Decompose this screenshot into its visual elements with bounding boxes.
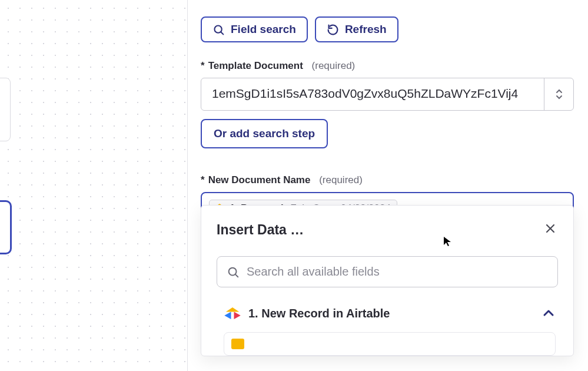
field-type-icon (231, 339, 244, 349)
add-search-label: Or add search step (214, 127, 315, 140)
refresh-button[interactable]: Refresh (315, 16, 398, 42)
search-input[interactable] (247, 265, 548, 279)
template-label-text: Template Document (208, 60, 303, 71)
close-icon (545, 223, 556, 234)
template-value: 1emSgD1i1sI5sA783odV0gZvx8uQ5hZLDaWYzFc1… (201, 78, 544, 110)
required-star: * (201, 60, 205, 71)
required-text: (required) (319, 174, 363, 186)
source-label: 1. New Record in Airtable (248, 307, 532, 320)
data-source-row[interactable]: 1. New Record in Airtable (217, 302, 558, 332)
dropdown-header: Insert Data … (217, 220, 558, 240)
required-text: (required) (312, 60, 356, 71)
svg-line-1 (221, 32, 223, 34)
updown-icon (555, 88, 563, 101)
template-document-field: *Template Document (required) 1emSgD1i1s… (201, 60, 574, 148)
add-search-step-button[interactable]: Or add search step (201, 119, 328, 148)
chevron-up-icon (542, 306, 556, 320)
refresh-label: Refresh (345, 23, 387, 36)
search-icon (227, 266, 240, 279)
doc-name-label: *New Document Name (required) (201, 174, 574, 186)
field-search-label: Field search (231, 23, 296, 36)
select-handle[interactable] (544, 78, 573, 110)
field-search-button[interactable]: Field search (201, 16, 308, 42)
workflow-node-selected[interactable] (0, 200, 12, 254)
refresh-icon (327, 24, 339, 36)
airtable-icon (224, 306, 241, 321)
canvas-dot-grid (0, 0, 187, 371)
dropdown-title: Insert Data … (217, 222, 304, 238)
config-panel: Field search Refresh *Template Document … (187, 0, 588, 371)
insert-data-dropdown: Insert Data … 1. New Record in Airtable (201, 205, 574, 356)
search-icon (212, 24, 225, 36)
field-option-row[interactable] (224, 332, 556, 356)
template-select[interactable]: 1emSgD1i1sI5sA783odV0gZvx8uQ5hZLDaWYzFc1… (201, 78, 574, 111)
svg-line-5 (235, 274, 238, 276)
required-star: * (201, 174, 205, 186)
close-button[interactable] (543, 220, 558, 240)
action-toolbar: Field search Refresh (201, 16, 574, 42)
workflow-node[interactable] (0, 78, 11, 141)
doc-name-label-text: New Document Name (208, 174, 311, 186)
search-field[interactable] (217, 256, 558, 287)
template-label: *Template Document (required) (201, 60, 574, 72)
